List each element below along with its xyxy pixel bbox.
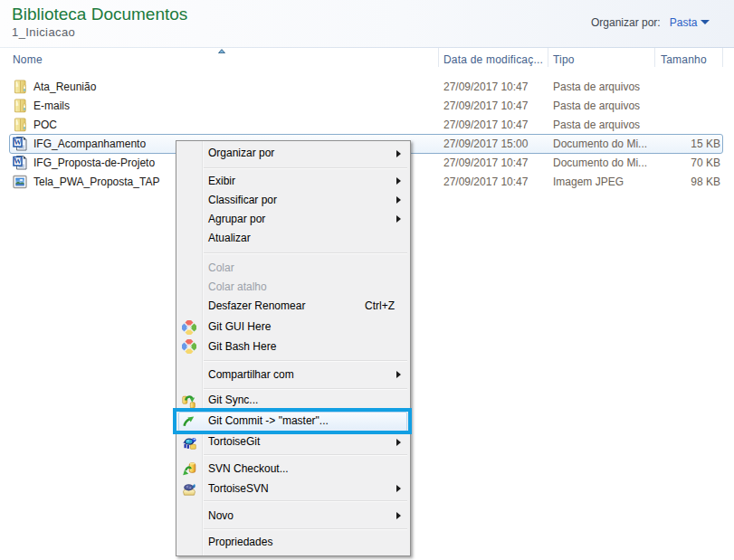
svg-text:W: W (14, 138, 22, 147)
svg-text:W: W (14, 157, 22, 166)
